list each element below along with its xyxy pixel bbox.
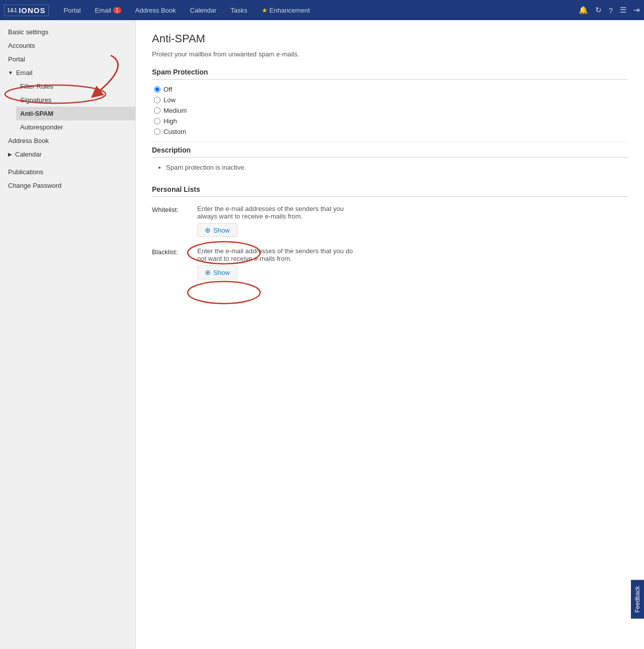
- personal-lists-title: Personal Lists: [152, 185, 628, 197]
- top-navigation: 1&1 IONOS Portal Email 1 Address Book Ca…: [0, 0, 644, 20]
- whitelist-row: Whitelist: Enter the e-mail addresses of…: [152, 203, 628, 239]
- spam-radio-off[interactable]: [154, 86, 160, 93]
- sidebar-item-address-book[interactable]: Address Book: [0, 134, 135, 148]
- whitelist-content: Enter the e-mail addresses of the sender…: [197, 205, 366, 237]
- blacklist-show-button[interactable]: ⊕ Show: [197, 265, 237, 279]
- sidebar-item-calendar[interactable]: ▶ Calendar: [0, 148, 135, 161]
- sidebar-email-children: Filter Rules Signatures Anti-SPAM Autore…: [0, 80, 135, 134]
- blacklist-row: Blacklist: Enter the e-mail addresses of…: [152, 245, 628, 281]
- chevron-down-icon: ▼: [8, 70, 13, 76]
- sidebar-item-accounts[interactable]: Accounts: [0, 39, 135, 52]
- spam-radio-custom[interactable]: [154, 128, 160, 135]
- star-icon: ★: [262, 7, 268, 14]
- sidebar-item-anti-spam[interactable]: Anti-SPAM: [16, 107, 135, 120]
- whitelist-show-button[interactable]: ⊕ Show: [197, 223, 237, 237]
- spam-radio-medium[interactable]: [154, 107, 160, 114]
- logo-brand: IONOS: [19, 6, 45, 15]
- topnav-actions: 🔔 ↻ ? ☰ ⇥: [579, 6, 640, 15]
- sidebar-item-portal[interactable]: Portal: [0, 52, 135, 66]
- description-title: Description: [152, 146, 628, 158]
- spam-option-custom[interactable]: Custom: [154, 128, 628, 135]
- sidebar-item-email[interactable]: ▼ Email: [0, 66, 135, 80]
- main-content-area: Anti-SPAM Protect your mailbox from unwa…: [136, 20, 644, 649]
- blacklist-content: Enter the e-mail addresses of the sender…: [197, 247, 366, 279]
- sidebar-item-filter-rules[interactable]: Filter Rules: [16, 80, 135, 93]
- sidebar: Basic settings Accounts Portal ▼ Email F…: [0, 20, 136, 649]
- svg-point-2: [188, 281, 260, 304]
- page-subtitle: Protect your mailbox from unwanted spam …: [152, 50, 628, 58]
- nav-email[interactable]: Email 1: [88, 0, 128, 20]
- nav-tasks[interactable]: Tasks: [223, 0, 254, 20]
- spam-protection-section: Spam Protection Off Low Medium High: [152, 68, 628, 171]
- sidebar-divider: [0, 161, 135, 165]
- logout-icon[interactable]: ⇥: [633, 6, 640, 15]
- page-title: Anti-SPAM: [152, 32, 628, 45]
- blacklist-description: Enter the e-mail addresses of the sender…: [197, 247, 358, 262]
- spam-option-off[interactable]: Off: [154, 86, 628, 93]
- sidebar-item-publications[interactable]: Publications: [0, 165, 135, 179]
- spam-option-low[interactable]: Low: [154, 96, 628, 104]
- logo[interactable]: 1&1 IONOS: [4, 5, 49, 16]
- description-block: Description Spam protection is inactive.: [152, 141, 628, 171]
- personal-lists-section: Personal Lists Whitelist: Enter the e-ma…: [152, 185, 628, 281]
- main-layout: Basic settings Accounts Portal ▼ Email F…: [0, 20, 644, 649]
- nav-calendar[interactable]: Calendar: [183, 0, 224, 20]
- spam-protection-title: Spam Protection: [152, 68, 628, 80]
- sidebar-item-autoresponder[interactable]: Autoresponder: [16, 120, 135, 134]
- menu-icon[interactable]: ☰: [620, 6, 626, 15]
- spam-radio-high[interactable]: [154, 118, 160, 124]
- bell-icon[interactable]: 🔔: [579, 6, 588, 15]
- email-badge: 1: [113, 7, 121, 14]
- sidebar-item-change-password[interactable]: Change Password: [0, 179, 135, 192]
- nav-items: Portal Email 1 Address Book Calendar Tas…: [57, 0, 579, 20]
- nav-address-book[interactable]: Address Book: [128, 0, 183, 20]
- whitelist-description: Enter the e-mail addresses of the sender…: [197, 205, 358, 220]
- logo-prefix: 1&1: [7, 7, 17, 13]
- spam-option-medium[interactable]: Medium: [154, 107, 628, 114]
- refresh-icon[interactable]: ↻: [595, 6, 602, 15]
- whitelist-label: Whitelist:: [152, 205, 197, 213]
- sidebar-item-basic-settings[interactable]: Basic settings: [0, 25, 135, 39]
- nav-enhancement[interactable]: ★ Enhancement: [255, 0, 317, 20]
- plus-icon: ⊕: [205, 226, 211, 234]
- spam-protection-options: Off Low Medium High Custom: [152, 86, 628, 135]
- spam-option-high[interactable]: High: [154, 117, 628, 125]
- spam-radio-low[interactable]: [154, 97, 160, 103]
- help-icon[interactable]: ?: [609, 6, 613, 15]
- feedback-button[interactable]: Feedback: [631, 580, 644, 619]
- plus-icon-blacklist: ⊕: [205, 268, 211, 276]
- nav-portal[interactable]: Portal: [57, 0, 88, 20]
- description-item: Spam protection is inactive.: [166, 164, 628, 171]
- sidebar-item-signatures[interactable]: Signatures: [16, 93, 135, 107]
- description-list: Spam protection is inactive.: [152, 164, 628, 171]
- chevron-right-icon: ▶: [8, 152, 12, 157]
- blacklist-label: Blacklist:: [152, 247, 197, 256]
